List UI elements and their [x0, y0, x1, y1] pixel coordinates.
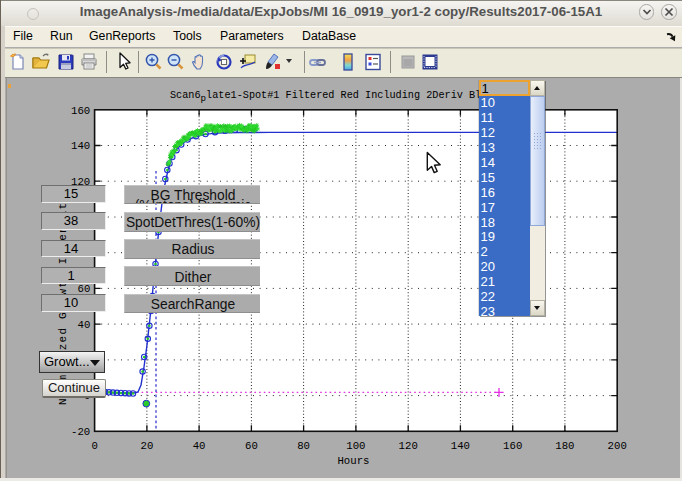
- svg-text:180: 180: [555, 440, 574, 452]
- svg-text:20: 20: [140, 440, 153, 452]
- svg-text:100: 100: [346, 440, 365, 452]
- svg-text:80: 80: [297, 440, 310, 452]
- svg-text:160: 160: [503, 440, 522, 452]
- svg-text:0: 0: [91, 440, 97, 452]
- svg-text:Scan6plate1-Spot#1 Filtered Re: Scan6plate1-Spot#1 Filtered Red Includin…: [170, 90, 493, 104]
- svg-text:140: 140: [451, 440, 470, 452]
- svg-text:40: 40: [77, 319, 90, 331]
- svg-text:200: 200: [608, 440, 627, 452]
- svg-text:60: 60: [245, 440, 258, 452]
- svg-text:120: 120: [399, 440, 418, 452]
- svg-text:140: 140: [71, 140, 90, 152]
- svg-text:160: 160: [71, 105, 90, 117]
- svg-text:Hours: Hours: [337, 455, 369, 467]
- svg-text:-20: -20: [71, 426, 90, 438]
- svg-text:40: 40: [193, 440, 206, 452]
